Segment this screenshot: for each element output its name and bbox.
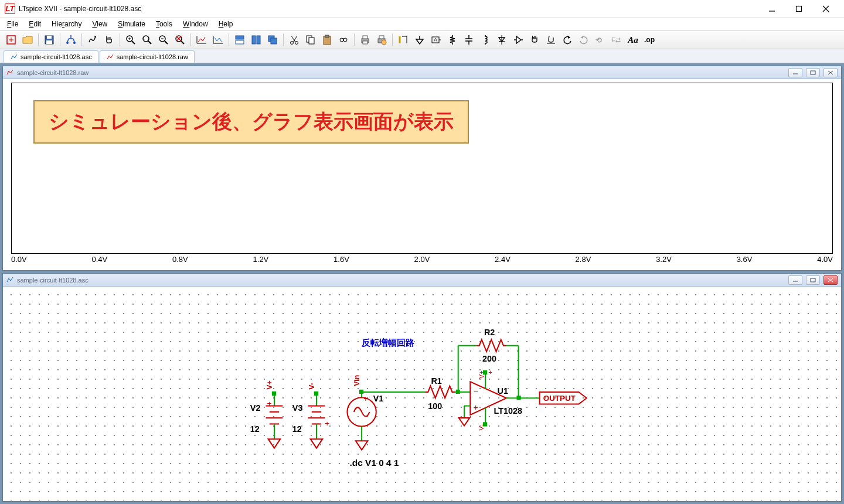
svg-text:V2: V2 [250,403,261,413]
pane-maximize-button[interactable] [806,68,820,77]
svg-rect-63 [811,71,815,74]
svg-rect-38 [325,35,329,38]
new-schematic-icon[interactable] [4,32,19,47]
svg-text:−: − [473,386,478,396]
copy-icon[interactable] [303,32,318,47]
minimize-button[interactable] [758,0,785,18]
svg-rect-26 [236,40,244,44]
paste-icon[interactable] [319,32,335,47]
zoom-in-icon[interactable] [123,32,138,47]
component-icon[interactable] [511,32,526,47]
menu-view[interactable]: View [87,19,112,29]
pane-close-button[interactable] [823,68,838,77]
svg-rect-91 [314,391,318,396]
maximize-button[interactable] [785,0,812,18]
zoom-fit-icon[interactable] [172,32,188,47]
component-v2: + V2 12 V+ [250,380,283,448]
workspace: sample-circuit-lt1028.raw シミュレーション後、グラフ表… [0,63,844,504]
component-r1: R1 100 [425,376,455,411]
pane-maximize-button[interactable] [806,275,820,285]
mirror-icon[interactable]: E⇄ [609,32,624,47]
ground-icon[interactable] [412,32,427,47]
drag-icon[interactable] [543,32,559,47]
tile-h-icon[interactable] [232,32,247,47]
zoom-out-icon[interactable] [156,32,171,47]
inductor-icon[interactable] [478,32,493,47]
capacitor-icon[interactable] [461,32,477,47]
pane-minimize-button[interactable] [788,68,802,77]
undo-icon[interactable] [560,32,575,47]
menu-file[interactable]: File [2,19,23,29]
control-panel-icon[interactable] [63,32,79,47]
move-icon[interactable] [527,32,542,47]
component-r2: R2 200 [477,328,506,363]
draw-wire-icon[interactable] [396,32,411,47]
plot-area[interactable]: シミュレーション後、グラフ表示画面が表示 0.0V 0.4V 0.8V 1.2V… [6,83,838,267]
overlay-message: シミュレーション後、グラフ表示画面が表示 [33,100,469,144]
schematic-canvas[interactable]: 反転増幅回路 + V2 12 V+ [3,287,841,501]
save-icon[interactable] [42,32,57,47]
svg-text:A: A [434,37,437,43]
resistor-icon[interactable] [445,32,460,47]
svg-text:+: + [473,403,478,412]
svg-text:V-: V- [308,383,316,390]
spice-directive-icon[interactable]: .op [642,32,657,47]
toolbar: A ⟲ E⇄ Aa .op [0,30,844,49]
svg-text:V+: V+ [478,370,485,379]
menu-edit[interactable]: Edit [24,19,46,29]
menu-window[interactable]: Window [178,19,213,29]
svg-point-34 [295,42,298,45]
halt-icon[interactable] [101,32,117,47]
autorange-y-icon[interactable] [210,32,226,47]
svg-text:12: 12 [292,424,302,434]
redo-icon[interactable] [576,32,591,47]
asc-pane-icon [6,276,13,284]
svg-line-13 [132,41,135,44]
rotate-icon[interactable]: ⟲ [593,32,608,47]
pane-close-button[interactable] [823,275,838,285]
menu-hierarchy[interactable]: Hierarchy [47,19,86,29]
svg-rect-36 [309,38,314,44]
svg-text:LT1028: LT1028 [494,406,522,416]
svg-line-19 [165,41,168,44]
svg-rect-9 [46,40,52,44]
print-icon[interactable] [358,32,373,47]
schematic-pane: sample-circuit-lt1028.asc 反転増幅回路 + [2,273,842,502]
app-logo-icon: LT [5,4,15,14]
window-titlebar: LT LTspice XVII - sample-circuit-lt1028.… [0,0,844,18]
svg-text:+: + [325,419,329,428]
menu-tools[interactable]: Tools [151,19,177,29]
tab-asc[interactable]: sample-circuit-lt1028.asc [4,50,98,63]
tile-v-icon[interactable] [249,32,264,47]
diode-icon[interactable] [494,32,509,47]
menu-simulate[interactable]: Simulate [113,19,150,29]
label-net-icon[interactable]: A [428,32,444,47]
text-icon[interactable]: Aa [625,32,641,47]
svg-text:R1: R1 [431,376,441,386]
svg-rect-27 [252,36,256,44]
cascade-icon[interactable] [265,32,280,47]
svg-point-47 [382,40,386,45]
svg-line-17 [148,41,151,44]
svg-text:V+: V+ [266,380,274,389]
pane-minimize-button[interactable] [788,275,802,285]
waveform-pane: sample-circuit-lt1028.raw シミュレーション後、グラフ表… [2,66,842,271]
svg-point-16 [143,36,149,42]
open-icon[interactable] [20,32,35,47]
autorange-x-icon[interactable] [194,32,209,47]
svg-text:Vin: Vin [353,375,361,386]
schematic-pane-titlebar: sample-circuit-lt1028.asc [3,274,841,287]
cut-icon[interactable] [287,32,302,47]
tab-raw[interactable]: sample-circuit-lt1028.raw [100,50,195,63]
svg-rect-8 [47,36,52,39]
print-setup-icon[interactable] [374,32,389,47]
spice-directive: .dc V1 0 4 1 [350,458,399,468]
svg-rect-80 [272,391,276,396]
find-icon[interactable] [336,32,351,47]
run-icon[interactable] [85,32,100,47]
close-button[interactable] [812,0,839,18]
zoom-pan-icon[interactable] [139,32,155,47]
menu-help[interactable]: Help [214,19,238,29]
svg-text:+: + [363,395,367,403]
raw-pane-icon [6,69,13,77]
